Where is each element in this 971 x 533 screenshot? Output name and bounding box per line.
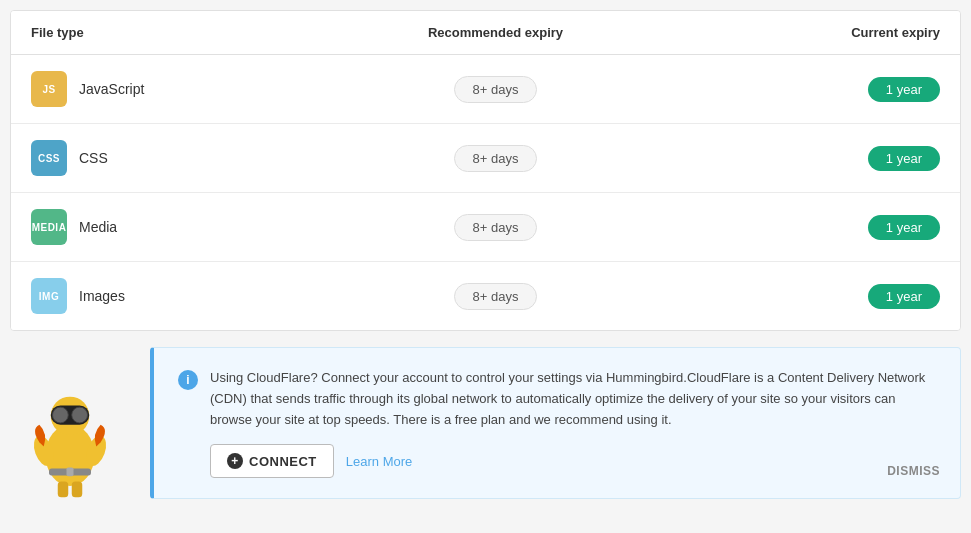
cloudflare-banner: i Using CloudFlare? Connect your account… xyxy=(150,347,961,499)
recommended-badge-img: 8+ days xyxy=(251,283,740,310)
file-info: JS JavaScript xyxy=(31,71,251,107)
current-value-js: 1 year xyxy=(868,77,940,102)
file-icon-media: MEDIA xyxy=(31,209,67,245)
table-row: IMG Images 8+ days 1 year xyxy=(11,262,960,330)
connect-button[interactable]: + CONNECT xyxy=(210,444,334,478)
recommended-value-media: 8+ days xyxy=(454,214,538,241)
current-badge-css: 1 year xyxy=(740,146,940,171)
bottom-section: i Using CloudFlare? Connect your account… xyxy=(10,331,961,499)
file-icon-js: JS xyxy=(31,71,67,107)
info-icon: i xyxy=(178,370,198,390)
file-info: IMG Images xyxy=(31,278,251,314)
recommended-value-css: 8+ days xyxy=(454,145,538,172)
dismiss-button[interactable]: DISMISS xyxy=(887,464,940,478)
current-value-img: 1 year xyxy=(868,284,940,309)
banner-text: Using CloudFlare? Connect your account t… xyxy=(210,368,936,430)
recommended-badge-css: 8+ days xyxy=(251,145,740,172)
svg-rect-10 xyxy=(72,482,83,498)
file-info: MEDIA Media xyxy=(31,209,251,245)
file-info: CSS CSS xyxy=(31,140,251,176)
table-body: JS JavaScript 8+ days 1 year CSS CSS 8+ … xyxy=(11,55,960,330)
cache-table: File type Recommended expiry Current exp… xyxy=(10,10,961,331)
current-badge-img: 1 year xyxy=(740,284,940,309)
connect-label: CONNECT xyxy=(249,454,317,469)
file-icon-img: IMG xyxy=(31,278,67,314)
file-icon-css: CSS xyxy=(31,140,67,176)
table-header: File type Recommended expiry Current exp… xyxy=(11,11,960,55)
banner-area: i Using CloudFlare? Connect your account… xyxy=(150,331,961,499)
banner-content: Using CloudFlare? Connect your account t… xyxy=(210,368,936,478)
recommended-value-js: 8+ days xyxy=(454,76,538,103)
svg-rect-9 xyxy=(58,482,69,498)
current-value-media: 1 year xyxy=(868,215,940,240)
recommended-badge-media: 8+ days xyxy=(251,214,740,241)
page-wrapper: File type Recommended expiry Current exp… xyxy=(10,10,961,499)
current-value-css: 1 year xyxy=(868,146,940,171)
plus-icon: + xyxy=(227,453,243,469)
learn-more-link[interactable]: Learn More xyxy=(346,454,412,469)
table-row: MEDIA Media 8+ days 1 year xyxy=(11,193,960,262)
current-badge-js: 1 year xyxy=(740,77,940,102)
header-filetype: File type xyxy=(31,25,251,40)
recommended-value-img: 8+ days xyxy=(454,283,538,310)
current-badge-media: 1 year xyxy=(740,215,940,240)
header-current: Current expiry xyxy=(740,25,940,40)
table-row: JS JavaScript 8+ days 1 year xyxy=(11,55,960,124)
recommended-badge-js: 8+ days xyxy=(251,76,740,103)
mascot-area xyxy=(10,339,150,499)
header-recommended: Recommended expiry xyxy=(251,25,740,40)
svg-rect-12 xyxy=(67,468,74,477)
file-name-js: JavaScript xyxy=(79,81,144,97)
table-row: CSS CSS 8+ days 1 year xyxy=(11,124,960,193)
file-name-media: Media xyxy=(79,219,117,235)
mascot-illustration xyxy=(20,359,120,499)
file-name-css: CSS xyxy=(79,150,108,166)
file-name-img: Images xyxy=(79,288,125,304)
banner-actions: + CONNECT Learn More xyxy=(210,444,936,478)
